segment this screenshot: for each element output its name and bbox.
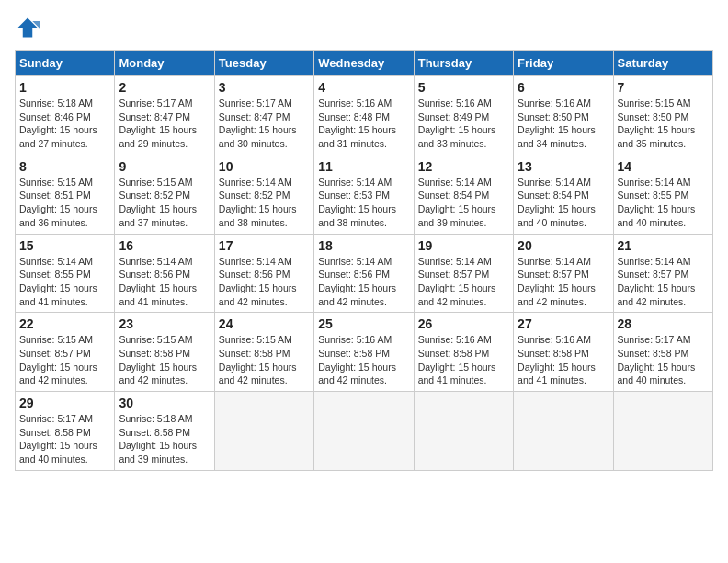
week-row-2: 8 Sunrise: 5:15 AM Sunset: 8:51 PM Dayli… (16, 155, 713, 234)
day-detail: Sunrise: 5:14 AM Sunset: 8:55 PM Dayligh… (19, 255, 110, 309)
day-detail: Sunrise: 5:16 AM Sunset: 8:48 PM Dayligh… (318, 97, 409, 151)
calendar-cell: 25 Sunrise: 5:16 AM Sunset: 8:58 PM Dayl… (314, 313, 414, 392)
day-detail: Sunrise: 5:15 AM Sunset: 8:57 PM Dayligh… (19, 333, 110, 387)
calendar-cell: 16 Sunrise: 5:14 AM Sunset: 8:56 PM Dayl… (115, 234, 214, 313)
day-number: 23 (119, 316, 210, 331)
calendar-cell: 9 Sunrise: 5:15 AM Sunset: 8:52 PM Dayli… (115, 155, 214, 234)
day-detail: Sunrise: 5:14 AM Sunset: 8:55 PM Dayligh… (618, 176, 709, 230)
calendar-cell: 10 Sunrise: 5:14 AM Sunset: 8:52 PM Dayl… (214, 155, 313, 234)
header (15, 15, 713, 40)
day-number: 14 (618, 159, 709, 174)
day-number: 3 (219, 80, 310, 95)
day-number: 5 (418, 80, 509, 95)
day-detail: Sunrise: 5:14 AM Sunset: 8:57 PM Dayligh… (518, 255, 609, 309)
calendar-cell: 17 Sunrise: 5:14 AM Sunset: 8:56 PM Dayl… (214, 234, 313, 313)
day-detail: Sunrise: 5:14 AM Sunset: 8:54 PM Dayligh… (418, 176, 509, 230)
day-number: 24 (219, 316, 310, 331)
calendar-cell: 29 Sunrise: 5:17 AM Sunset: 8:58 PM Dayl… (16, 392, 115, 471)
col-header-monday: Monday (115, 51, 214, 76)
day-number: 6 (518, 80, 609, 95)
day-detail: Sunrise: 5:15 AM Sunset: 8:58 PM Dayligh… (219, 333, 310, 387)
calendar-cell: 18 Sunrise: 5:14 AM Sunset: 8:56 PM Dayl… (314, 234, 414, 313)
calendar-cell: 24 Sunrise: 5:15 AM Sunset: 8:58 PM Dayl… (214, 313, 313, 392)
day-number: 1 (19, 80, 110, 95)
calendar-cell (314, 392, 414, 471)
day-number: 10 (219, 159, 310, 174)
col-header-thursday: Thursday (414, 51, 513, 76)
day-detail: Sunrise: 5:16 AM Sunset: 8:58 PM Dayligh… (318, 333, 409, 387)
day-number: 8 (19, 159, 110, 174)
day-detail: Sunrise: 5:17 AM Sunset: 8:47 PM Dayligh… (219, 97, 310, 151)
day-number: 22 (19, 316, 110, 331)
day-number: 18 (318, 238, 409, 253)
day-detail: Sunrise: 5:14 AM Sunset: 8:57 PM Dayligh… (618, 255, 709, 309)
week-row-4: 22 Sunrise: 5:15 AM Sunset: 8:57 PM Dayl… (16, 313, 713, 392)
col-header-friday: Friday (514, 51, 613, 76)
day-detail: Sunrise: 5:14 AM Sunset: 8:56 PM Dayligh… (219, 255, 310, 309)
day-number: 20 (518, 238, 609, 253)
day-number: 9 (119, 159, 210, 174)
day-number: 29 (19, 396, 110, 410)
col-header-sunday: Sunday (16, 51, 115, 76)
day-number: 15 (19, 238, 110, 253)
svg-marker-1 (18, 18, 38, 38)
day-detail: Sunrise: 5:15 AM Sunset: 8:51 PM Dayligh… (19, 176, 110, 230)
calendar-cell: 5 Sunrise: 5:16 AM Sunset: 8:49 PM Dayli… (414, 76, 513, 155)
calendar-cell: 19 Sunrise: 5:14 AM Sunset: 8:57 PM Dayl… (414, 234, 513, 313)
calendar-cell: 15 Sunrise: 5:14 AM Sunset: 8:55 PM Dayl… (16, 234, 115, 313)
calendar-cell: 6 Sunrise: 5:16 AM Sunset: 8:50 PM Dayli… (514, 76, 613, 155)
calendar-cell: 12 Sunrise: 5:14 AM Sunset: 8:54 PM Dayl… (414, 155, 513, 234)
day-detail: Sunrise: 5:16 AM Sunset: 8:50 PM Dayligh… (518, 97, 609, 151)
day-number: 17 (219, 238, 310, 253)
day-detail: Sunrise: 5:18 AM Sunset: 8:46 PM Dayligh… (19, 97, 110, 151)
calendar-cell: 22 Sunrise: 5:15 AM Sunset: 8:57 PM Dayl… (16, 313, 115, 392)
day-number: 11 (318, 159, 409, 174)
calendar-cell: 3 Sunrise: 5:17 AM Sunset: 8:47 PM Dayli… (214, 76, 313, 155)
calendar-cell: 1 Sunrise: 5:18 AM Sunset: 8:46 PM Dayli… (16, 76, 115, 155)
day-number: 27 (518, 316, 609, 331)
calendar-cell: 14 Sunrise: 5:14 AM Sunset: 8:55 PM Dayl… (613, 155, 712, 234)
calendar-cell: 11 Sunrise: 5:14 AM Sunset: 8:53 PM Dayl… (314, 155, 414, 234)
day-detail: Sunrise: 5:17 AM Sunset: 8:47 PM Dayligh… (119, 97, 210, 151)
day-detail: Sunrise: 5:14 AM Sunset: 8:56 PM Dayligh… (318, 255, 409, 309)
calendar-cell (414, 392, 513, 471)
calendar-cell (514, 392, 613, 471)
day-number: 13 (518, 159, 609, 174)
calendar-cell: 21 Sunrise: 5:14 AM Sunset: 8:57 PM Dayl… (613, 234, 712, 313)
col-header-wednesday: Wednesday (314, 51, 414, 76)
day-number: 25 (318, 316, 409, 331)
day-detail: Sunrise: 5:16 AM Sunset: 8:58 PM Dayligh… (518, 333, 609, 387)
calendar-cell: 13 Sunrise: 5:14 AM Sunset: 8:54 PM Dayl… (514, 155, 613, 234)
col-header-tuesday: Tuesday (214, 51, 313, 76)
day-number: 12 (418, 159, 509, 174)
calendar-cell: 4 Sunrise: 5:16 AM Sunset: 8:48 PM Dayli… (314, 76, 414, 155)
day-number: 28 (618, 316, 709, 331)
day-detail: Sunrise: 5:17 AM Sunset: 8:58 PM Dayligh… (618, 333, 709, 387)
day-number: 19 (418, 238, 509, 253)
calendar-cell: 7 Sunrise: 5:15 AM Sunset: 8:50 PM Dayli… (613, 76, 712, 155)
calendar-cell: 20 Sunrise: 5:14 AM Sunset: 8:57 PM Dayl… (514, 234, 613, 313)
logo (15, 15, 44, 40)
week-row-3: 15 Sunrise: 5:14 AM Sunset: 8:55 PM Dayl… (16, 234, 713, 313)
day-number: 21 (618, 238, 709, 253)
calendar-cell: 28 Sunrise: 5:17 AM Sunset: 8:58 PM Dayl… (613, 313, 712, 392)
day-detail: Sunrise: 5:17 AM Sunset: 8:58 PM Dayligh… (19, 412, 110, 466)
week-row-1: 1 Sunrise: 5:18 AM Sunset: 8:46 PM Dayli… (16, 76, 713, 155)
logo-icon (15, 15, 40, 40)
week-row-5: 29 Sunrise: 5:17 AM Sunset: 8:58 PM Dayl… (16, 392, 713, 471)
day-number: 4 (318, 80, 409, 95)
day-detail: Sunrise: 5:18 AM Sunset: 8:58 PM Dayligh… (119, 412, 210, 466)
day-number: 26 (418, 316, 509, 331)
day-detail: Sunrise: 5:15 AM Sunset: 8:58 PM Dayligh… (119, 333, 210, 387)
calendar-cell: 2 Sunrise: 5:17 AM Sunset: 8:47 PM Dayli… (115, 76, 214, 155)
calendar-cell: 30 Sunrise: 5:18 AM Sunset: 8:58 PM Dayl… (115, 392, 214, 471)
day-detail: Sunrise: 5:14 AM Sunset: 8:53 PM Dayligh… (318, 176, 409, 230)
day-number: 30 (119, 396, 210, 410)
calendar-cell: 23 Sunrise: 5:15 AM Sunset: 8:58 PM Dayl… (115, 313, 214, 392)
day-number: 16 (119, 238, 210, 253)
calendar-cell: 8 Sunrise: 5:15 AM Sunset: 8:51 PM Dayli… (16, 155, 115, 234)
day-detail: Sunrise: 5:14 AM Sunset: 8:52 PM Dayligh… (219, 176, 310, 230)
col-header-saturday: Saturday (613, 51, 712, 76)
day-detail: Sunrise: 5:16 AM Sunset: 8:58 PM Dayligh… (418, 333, 509, 387)
day-detail: Sunrise: 5:14 AM Sunset: 8:54 PM Dayligh… (518, 176, 609, 230)
